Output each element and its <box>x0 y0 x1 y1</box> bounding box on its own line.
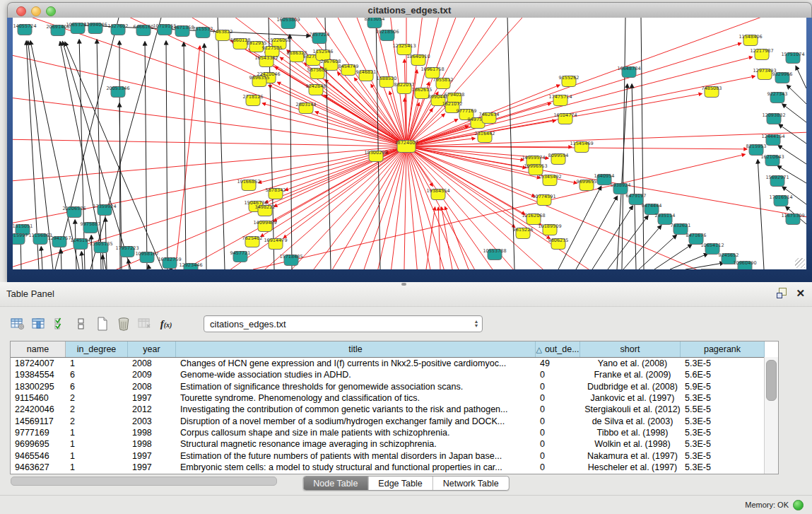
table-settings-icon[interactable] <box>8 315 27 333</box>
table-cell: 2 <box>66 404 128 414</box>
table-cell: 2 <box>66 416 128 426</box>
memory-status-icon[interactable] <box>793 500 804 510</box>
graph-node-label: 7485083 <box>702 86 722 91</box>
graph-node-label: 6479197 <box>626 193 647 199</box>
column-header-in-degree[interactable]: in_degree <box>66 341 128 357</box>
column-header-title[interactable]: title <box>176 341 536 357</box>
table-row[interactable]: 946362711997Embryonic stem cells: a mode… <box>11 462 778 473</box>
table-panel-title: Table Panel <box>6 288 54 299</box>
citation-graph[interactable]: 1405572420691406106532871199404615276026… <box>13 18 806 269</box>
table-row[interactable]: 946554611997Estimation of the future num… <box>11 450 778 461</box>
float-panel-icon[interactable] <box>777 288 787 298</box>
column-header-name[interactable]: name <box>11 341 66 357</box>
graph-node-label: 9474444 <box>642 203 662 209</box>
column-header-year[interactable]: year <box>128 341 176 357</box>
table-row[interactable]: 1872400712008Changes of HCN gene express… <box>11 358 778 369</box>
vertical-scrollbar[interactable] <box>764 357 778 474</box>
tab-network-table[interactable]: Network Table <box>433 477 509 490</box>
splitter-handle[interactable] <box>401 283 406 286</box>
graph-node-label: 11675309 <box>781 213 804 218</box>
table-cell: 1 <box>66 462 128 472</box>
graph-node-label: 15751074 <box>781 52 804 57</box>
column-header-short[interactable]: short <box>580 341 681 357</box>
new-table-icon[interactable] <box>93 315 112 333</box>
graph-node-label: 9127505 <box>262 45 283 51</box>
graph-node-label: 20206576 <box>62 206 86 211</box>
delete-table-icon[interactable] <box>114 315 133 333</box>
table-cell: 5.5E-5 <box>681 404 765 414</box>
table-cell: Estimation of significance thresholds fo… <box>176 382 536 392</box>
graph-node-label: 2718126 <box>243 94 264 100</box>
table-cell: 0 <box>536 370 580 380</box>
table-cell: Franke et al. (2009) <box>580 370 681 380</box>
column-header-pagerank[interactable]: pagerank <box>681 341 765 357</box>
network-canvas[interactable]: 1405572420691406106532871199404615276026… <box>13 18 806 269</box>
window-titlebar[interactable]: citations_edges.txt <box>7 2 812 19</box>
table-bottom-band: Node Table Edge Table Network Table <box>0 475 812 492</box>
row-height-icon[interactable] <box>72 315 90 333</box>
table-cell: 5.3E-5 <box>681 451 765 461</box>
table-cell: 0 <box>536 382 580 392</box>
table-row[interactable]: 977716911998Corpus callosum shape and si… <box>11 427 778 438</box>
graph-node-label: 9896355 <box>249 75 270 81</box>
table-cell: Tourette syndrome. Phenomenology and cla… <box>176 393 536 403</box>
close-panel-icon[interactable]: ✕ <box>796 288 805 298</box>
graph-node-label: 15692971 <box>765 175 789 180</box>
graph-node-label: 1145194 <box>71 238 91 243</box>
network-frame: 1405572420691406106532871199404615276026… <box>7 18 812 282</box>
table-cell: 0 <box>536 451 580 461</box>
graph-node-label: 9155262 <box>559 75 579 81</box>
graph-node-label: 12973493 <box>753 68 776 74</box>
table-cell: 1 <box>66 428 128 438</box>
graph-node-label: 9699695 <box>577 179 597 185</box>
select-columns-icon[interactable] <box>30 315 48 333</box>
graph-node-label: 16914479 <box>264 238 287 243</box>
table-row[interactable]: 1830029562008Estimation of significance … <box>11 381 778 392</box>
vertical-scrollbar-thumb[interactable] <box>766 360 777 401</box>
graph-node-label: 3915997 <box>13 233 28 238</box>
table-cell: 1 <box>66 358 128 368</box>
window-resize-grip[interactable] <box>795 258 805 268</box>
destroy-table-icon[interactable] <box>136 315 154 333</box>
graph-node-label: 14671358 <box>170 25 194 30</box>
table-cell: Estimation of the future numbers of pati… <box>176 451 536 461</box>
select-all-checkmarks-icon[interactable] <box>51 315 69 333</box>
graph-node-label: 7515532 <box>193 26 213 32</box>
function-builder-icon[interactable]: f(x) <box>157 315 175 333</box>
graph-node-label: 9146821 <box>356 69 377 75</box>
table-row[interactable]: 1938455462009Genome-wide association stu… <box>11 369 778 380</box>
graph-node-label: 20053346 <box>106 86 129 91</box>
table-cell: 9699695 <box>11 439 66 449</box>
graph-node-label: 17475714 <box>548 94 572 100</box>
graph-node-label: 8813054 <box>365 18 385 22</box>
table-cell: 6 <box>66 382 128 392</box>
graph-node-label: 17957223 <box>115 245 139 251</box>
graph-node-label: 16053809 <box>276 18 300 23</box>
graph-node-label: 12325413 <box>392 43 416 49</box>
table-row[interactable]: 2242004622012Investigating the contribut… <box>11 404 778 415</box>
table-cell: 5.3E-5 <box>681 393 765 403</box>
tab-edge-table[interactable]: Edge Table <box>367 477 432 490</box>
table-cell: 9465546 <box>11 451 66 461</box>
table-cell: Dudbridge et al. (2008) <box>580 382 681 392</box>
graph-node-label: 5875685 <box>307 67 328 73</box>
table-row[interactable]: 911546021997Tourette syndrome. Phenomeno… <box>11 392 778 404</box>
graph-node-label: 2803144 <box>296 102 317 107</box>
graph-node-label: 1621072 <box>442 101 463 107</box>
column-header-out-degree[interactable]: △out_de... <box>536 341 580 357</box>
table-cell: 5.6E-5 <box>681 370 765 380</box>
table-row[interactable]: 1456911722003Disruption of a novel membe… <box>11 415 778 426</box>
table-cell: Embryonic stem cells: a model to study s… <box>176 462 536 472</box>
table-cell: Nakamura et al. (1997) <box>580 451 681 461</box>
horizontal-scrollbar-thumb[interactable] <box>11 477 277 486</box>
graph-node-label: 14959574 <box>522 155 545 160</box>
network-window: citations_edges.txt 14055724206914061065… <box>7 2 812 282</box>
graph-node-label: 9806235 <box>548 238 569 243</box>
network-table-select[interactable]: citations_edges.txt ▲▼ <box>204 315 483 332</box>
memory-status-label: Memory: OK <box>745 501 789 509</box>
node-table: name in_degree year title △out_de... sho… <box>10 341 779 474</box>
table-row[interactable]: 969969511998Structural magnetic resonanc… <box>11 438 778 450</box>
graph-node-label: 7463822 <box>213 29 233 35</box>
tab-node-table[interactable]: Node Table <box>303 477 367 490</box>
graph-node-label: 12217987 <box>750 48 773 54</box>
